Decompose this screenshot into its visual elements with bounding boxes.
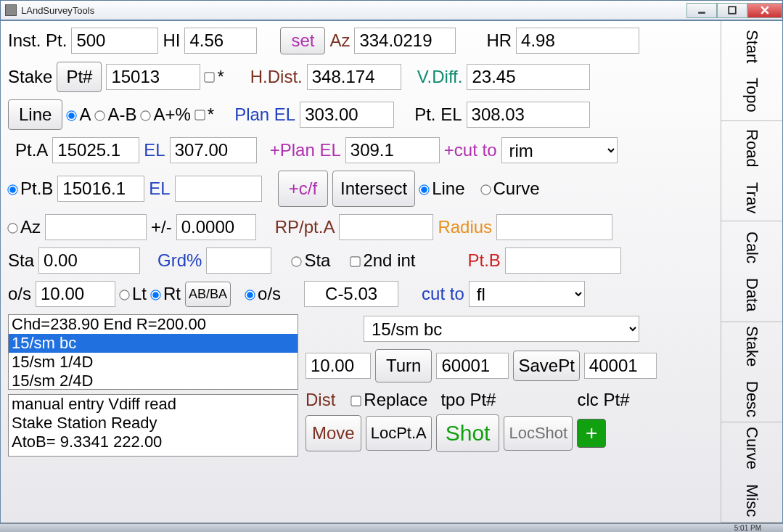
plan-el-label: Plan EL xyxy=(234,105,295,125)
list-item[interactable]: manual entry Vdiff read xyxy=(9,395,298,414)
taskbar: 5:01 PM xyxy=(0,523,783,532)
radius-input[interactable] xyxy=(496,214,612,240)
abba-button[interactable]: AB/BA xyxy=(185,282,231,307)
az-label: Az xyxy=(329,30,350,51)
minimize-button[interactable] xyxy=(686,3,717,18)
az2-input[interactable] xyxy=(45,214,147,240)
sta-input[interactable] xyxy=(38,247,140,274)
hdist-label: H.Dist. xyxy=(250,67,303,87)
pt-num-input[interactable] xyxy=(106,64,200,90)
grd-input[interactable] xyxy=(206,247,271,274)
cut-to-label: cut to xyxy=(422,284,464,304)
list-item[interactable]: AtoB= 9.3341 222.00 xyxy=(9,433,298,451)
desc-combo[interactable]: 15/sm bc xyxy=(364,316,639,342)
dist-value-input[interactable] xyxy=(306,353,371,379)
check-replace[interactable]: Replace xyxy=(351,390,427,410)
list-item[interactable]: 15/sm 2/4D xyxy=(9,372,298,390)
maximize-button[interactable] xyxy=(717,3,747,18)
pta-el-input[interactable] xyxy=(170,137,257,163)
hr-input[interactable] xyxy=(516,28,639,54)
app-icon xyxy=(5,4,17,16)
cf-button[interactable]: +c/f xyxy=(278,171,328,207)
rp-pta-input[interactable] xyxy=(339,214,433,240)
plan-el-input[interactable] xyxy=(300,102,394,128)
pm-label: +/- xyxy=(151,217,172,237)
move-button[interactable]: Move xyxy=(306,415,361,451)
sta-label: Sta xyxy=(8,250,34,271)
titlebar: LAndSurveyTools xyxy=(0,0,783,20)
pta-el-label: EL xyxy=(144,140,165,160)
radio-ptb[interactable]: Pt.B xyxy=(8,179,53,199)
pm-input[interactable] xyxy=(176,214,256,240)
line-star-label: * xyxy=(208,105,214,125)
grd-label: Grd% xyxy=(157,250,202,271)
turn-button[interactable]: Turn xyxy=(375,349,432,382)
clc-pt-input[interactable] xyxy=(584,353,657,379)
side-desc-stake[interactable]: StakeDesc xyxy=(721,322,782,422)
pt-el-label: Pt. EL xyxy=(414,105,462,125)
shot-button[interactable]: Shot xyxy=(436,414,500,452)
side-data-calc[interactable]: CalcData xyxy=(721,221,782,322)
plus-button[interactable]: + xyxy=(577,419,606,448)
inst-pt-input[interactable] xyxy=(71,28,158,54)
os2-input[interactable] xyxy=(304,281,398,307)
stake-label: Stake xyxy=(8,67,52,87)
savept-button[interactable]: SavePt xyxy=(513,351,579,381)
radio-curve[interactable]: Curve xyxy=(481,179,540,199)
hdist-input[interactable] xyxy=(307,64,401,90)
locpta-button[interactable]: LocPt.A xyxy=(366,416,432,451)
radius-label: Radius xyxy=(438,217,492,237)
ptb2-input[interactable] xyxy=(505,247,621,274)
radio-rt[interactable]: Rt xyxy=(151,284,181,304)
side-trav-road[interactable]: RoadTrav xyxy=(721,121,782,221)
radio-a[interactable]: A xyxy=(67,105,91,125)
tpo-pt-input[interactable] xyxy=(436,353,509,379)
line-star-check[interactable] xyxy=(194,110,205,120)
radio-os[interactable]: o/s xyxy=(245,284,281,304)
radio-a-b[interactable]: A-B xyxy=(95,105,136,125)
pt-star-check[interactable] xyxy=(205,72,215,82)
list-item[interactable]: Chd=238.90 End R=200.00 xyxy=(9,315,298,334)
cut-to-select[interactable]: fl xyxy=(469,281,585,307)
pplan-el-input[interactable] xyxy=(345,137,440,163)
ptb2-label: Pt.B xyxy=(467,250,500,271)
radio-a-pct[interactable]: A+% xyxy=(141,105,190,125)
os-input[interactable] xyxy=(36,281,115,307)
rp-pta-label: RP/pt.A xyxy=(275,217,335,237)
close-button[interactable] xyxy=(747,3,782,18)
list-item[interactable]: Stake Station Ready xyxy=(9,414,298,433)
radio-lt[interactable]: Lt xyxy=(120,284,147,304)
ptb-el-input[interactable] xyxy=(175,176,262,202)
window-title: LAndSurveyTools xyxy=(21,5,686,16)
clock: 5:01 PM xyxy=(734,524,761,532)
list-item[interactable]: 15/sm bc xyxy=(9,334,298,353)
log-listbox[interactable]: manual entry Vdiff readStake Station Rea… xyxy=(8,394,298,457)
vdiff-input[interactable] xyxy=(467,64,590,90)
ptb-input[interactable] xyxy=(57,176,144,202)
pplan-el-label: +Plan EL xyxy=(270,140,341,160)
side-misc-curve[interactable]: CurveMisc xyxy=(721,422,782,523)
az-input[interactable] xyxy=(354,28,456,54)
pt-num-button[interactable]: Pt# xyxy=(57,62,102,92)
intersect-button[interactable]: Intersect xyxy=(332,171,415,207)
side-topo-start[interactable]: StartTopo xyxy=(721,21,782,121)
ptb-el-label: EL xyxy=(149,179,170,199)
svg-rect-1 xyxy=(729,7,736,14)
radio-sta[interactable]: Sta xyxy=(292,250,330,271)
hi-input[interactable] xyxy=(184,28,257,54)
pta-label: Pt.A xyxy=(15,140,48,160)
desc-listbox[interactable]: Chd=238.90 End R=200.0015/sm bc15/sm 1/4… xyxy=(8,314,298,390)
radio-az[interactable]: Az xyxy=(8,217,41,237)
locshot-button[interactable]: LocShot xyxy=(504,416,573,451)
radio-line[interactable]: Line xyxy=(419,179,464,199)
clc-pt-label: clc Pt# xyxy=(577,390,629,410)
pt-star-label: * xyxy=(217,67,224,87)
line-button[interactable]: Line xyxy=(8,99,62,130)
hi-label: HI xyxy=(163,30,180,51)
pcut-to-select[interactable]: rim xyxy=(501,137,618,163)
pta-input[interactable] xyxy=(52,137,139,163)
pt-el-input[interactable] xyxy=(467,102,590,128)
set-button[interactable]: set xyxy=(280,27,325,54)
list-item[interactable]: 15/sm 1/4D xyxy=(9,353,298,372)
check-2nd-int[interactable]: 2nd int xyxy=(350,250,415,271)
